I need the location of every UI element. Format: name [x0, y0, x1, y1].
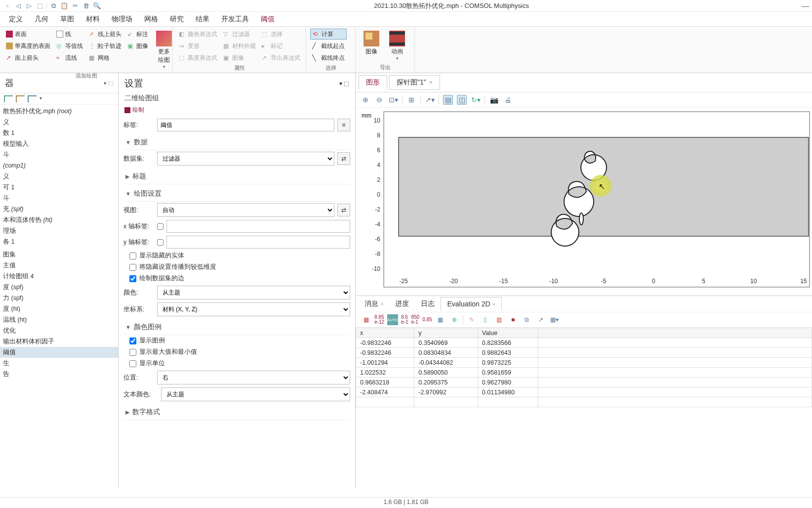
table-row[interactable]: 1.0225320.58900500.9581659: [356, 368, 812, 378]
table-plot-icon[interactable]: ▦▾: [549, 314, 560, 325]
ribbon-line[interactable]: 线: [54, 29, 85, 40]
settings-compute-button[interactable]: 绘制: [119, 106, 355, 117]
qat-delete-icon[interactable]: 🗑: [81, 1, 90, 10]
tree-toolbar-btn1[interactable]: [4, 95, 13, 102]
tree-item[interactable]: 主值: [0, 260, 118, 271]
menu-results[interactable]: 结果: [190, 13, 215, 26]
ribbon-surface-arrow[interactable]: ↗面上箭头: [4, 52, 52, 63]
y-axis-input[interactable]: [166, 236, 350, 249]
chk-propagate[interactable]: [129, 264, 136, 271]
table-row[interactable]: 0.96832180.20953750.9627980: [356, 378, 812, 387]
model-tree[interactable]: 散热拓扑优化.mph (root)义数 1模型输入斗 (comp1)义可 1斗充…: [0, 105, 118, 488]
menu-definitions[interactable]: 定义: [3, 13, 29, 26]
tree-item[interactable]: 本和流体传热 (ht): [0, 214, 118, 225]
minimize-icon[interactable]: ―: [802, 1, 809, 10]
precision-3[interactable]: 850e-1: [411, 315, 419, 325]
tree-toolbar-btn3[interactable]: [28, 95, 37, 102]
zoom-out-icon[interactable]: ⊖: [374, 95, 384, 105]
tree-item[interactable]: 理场: [0, 225, 118, 236]
ribbon-image[interactable]: ▣图像: [125, 41, 150, 51]
globe-icon[interactable]: ⊕: [449, 314, 460, 325]
export-icon[interactable]: ↗: [535, 314, 546, 325]
evaluation-tab[interactable]: Evaluation 2D×: [441, 297, 502, 311]
graphics-canvas[interactable]: mm 1086420-2-4-6-8-10 -25-20-15-10-50510…: [356, 108, 812, 296]
ribbon-more-plots[interactable]: 更多绘图 ▾: [152, 29, 176, 71]
qat-redo-icon[interactable]: ▷: [25, 1, 34, 10]
table-header[interactable]: Value: [478, 328, 538, 338]
tree-item[interactable]: 充 (spf): [0, 204, 118, 214]
precision-2[interactable]: 8.5e-1: [401, 315, 408, 325]
table-icon[interactable]: ▦: [361, 314, 371, 325]
section-data[interactable]: ▼数据: [123, 135, 350, 150]
menu-geometry[interactable]: 几何: [29, 13, 54, 26]
ribbon-streamline[interactable]: ≈流线: [54, 52, 85, 63]
position-select[interactable]: 右: [157, 371, 350, 384]
label-input[interactable]: [157, 119, 334, 131]
table-row[interactable]: -0.98322460.083048340.9882643: [356, 348, 812, 358]
tree-item[interactable]: 义: [0, 171, 118, 182]
menu-sketch[interactable]: 草图: [54, 13, 80, 26]
tree-item[interactable]: 生: [0, 358, 118, 369]
chk-show-legend[interactable]: [129, 338, 136, 344]
ribbon-mesh[interactable]: ▦网格: [87, 52, 123, 63]
tree-item[interactable]: 优化: [0, 325, 118, 336]
grid-icon[interactable]: ⊞: [406, 95, 416, 105]
table-row[interactable]: -1.001294-0.043440820.9873225: [356, 358, 812, 368]
view-select[interactable]: 自动: [157, 203, 334, 217]
tree-item[interactable]: 数 1: [0, 127, 118, 138]
ribbon-cutline-start[interactable]: ╱截线起点: [310, 41, 347, 51]
color-select[interactable]: 从主题: [157, 286, 350, 299]
dataset-side-btn[interactable]: ⇄: [337, 152, 350, 165]
scene-light-icon[interactable]: ▤: [443, 95, 453, 105]
ribbon-surface[interactable]: 表面: [4, 29, 52, 40]
label-side-btn[interactable]: ≡: [337, 119, 350, 131]
ribbon-particle[interactable]: ⋮⋮粒子轨迹: [87, 41, 123, 51]
snapshot-icon[interactable]: 📷: [489, 95, 499, 105]
tree-item[interactable]: 度 (spf): [0, 282, 118, 293]
table-header[interactable]: y: [414, 328, 478, 338]
ribbon-contour[interactable]: ◎等值线: [54, 41, 85, 51]
x-axis-checkbox[interactable]: [157, 223, 163, 230]
section-plot[interactable]: ▼绘图设置: [123, 186, 350, 202]
qat-copy-icon[interactable]: ⧉: [49, 1, 58, 10]
tree-item[interactable]: 温线 (ht): [0, 314, 118, 325]
tree-item[interactable]: 散热拓扑优化.mph (root): [0, 106, 118, 117]
table-row[interactable]: -2.408474-2.9709920.01134980: [356, 387, 812, 397]
text-color-select[interactable]: 从主题: [161, 387, 350, 401]
tree-item[interactable]: 模型输入: [0, 138, 118, 149]
menu-threshold[interactable]: 阈值: [255, 13, 281, 26]
tree-item[interactable]: 输出材料体积因子: [0, 336, 118, 347]
dataset-select[interactable]: 过滤器: [157, 152, 334, 166]
tree-item[interactable]: 斗: [0, 149, 118, 160]
x-axis-input[interactable]: [166, 220, 350, 233]
probe-tab[interactable]: 探针图"1"×: [389, 75, 440, 90]
zoom-in-icon[interactable]: ⊕: [361, 95, 370, 105]
square-icon[interactable]: ■: [508, 314, 519, 325]
tree-item[interactable]: (comp1): [0, 160, 118, 171]
delete-icon[interactable]: ▯: [480, 314, 491, 325]
tree-item[interactable]: 各 1: [0, 236, 118, 247]
axes-icon[interactable]: ↗▾: [425, 95, 435, 105]
chk-show-maxmin[interactable]: [129, 349, 136, 356]
tree-item[interactable]: 可 1: [0, 182, 118, 193]
transparency-icon[interactable]: ◫: [457, 95, 467, 105]
tree-item[interactable]: 阈值: [0, 347, 118, 358]
view-side-btn[interactable]: ⇄: [337, 204, 350, 216]
menu-mesh[interactable]: 网格: [138, 13, 164, 26]
progress-tab[interactable]: 进度: [389, 297, 415, 311]
chk-show-units[interactable]: [129, 360, 136, 367]
menu-study[interactable]: 研究: [164, 13, 190, 26]
messages-tab[interactable]: 消息×: [359, 297, 389, 311]
qat-undo-icon[interactable]: ◁: [14, 1, 23, 10]
pencil-icon[interactable]: ✎: [466, 314, 477, 325]
section-legend[interactable]: ▼颜色图例: [123, 320, 350, 335]
ribbon-image-export[interactable]: 图像: [360, 29, 383, 63]
ribbon-line-arrow[interactable]: ➚线上箭头: [87, 29, 123, 40]
copy-table-icon[interactable]: ⧉: [522, 314, 532, 325]
tree-panel-controls[interactable]: ▾ ⬚: [104, 80, 113, 86]
ribbon-animation[interactable]: 动画▾: [385, 29, 409, 63]
menu-devtools[interactable]: 开发工具: [215, 13, 255, 26]
close-icon[interactable]: ×: [429, 79, 433, 86]
camera-icon[interactable]: ↻▾: [471, 95, 481, 105]
tree-item[interactable]: 度 (ht): [0, 303, 118, 314]
